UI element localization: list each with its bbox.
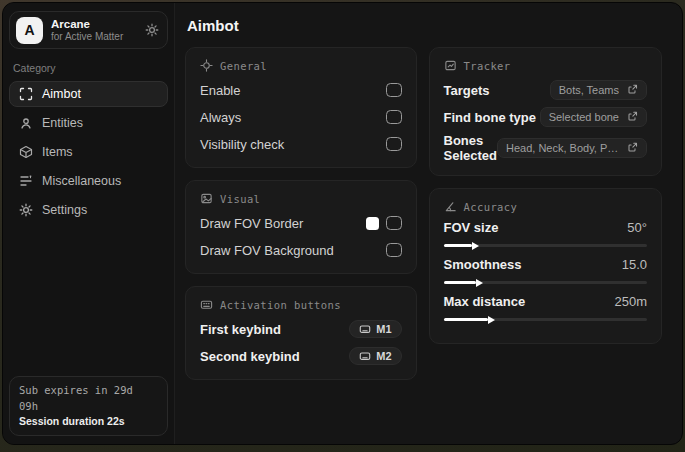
general-card: General Enable Always Visibility check	[185, 47, 417, 168]
draw-fov-border-checkbox[interactable]	[386, 216, 402, 230]
session-duration-text: Session duration 22s	[19, 414, 158, 429]
setting-label: Draw FOV Border	[200, 216, 303, 231]
setting-label: Bones Selected	[444, 133, 497, 163]
draw-fov-background-checkbox[interactable]	[386, 243, 402, 257]
setting-row-bones-selected: Bones Selected Head, Neck, Body, Pe…	[444, 133, 647, 163]
category-label: Category	[13, 62, 168, 74]
gear-icon[interactable]	[145, 23, 159, 37]
app-name: Arcane	[51, 17, 137, 31]
key-icon	[359, 323, 371, 335]
slider-label: Smoothness	[444, 257, 522, 272]
cube-icon	[18, 145, 33, 159]
setting-label: Second keybind	[200, 349, 300, 364]
setting-row-always: Always	[200, 106, 402, 128]
section-title-tracker: Tracker	[464, 60, 511, 72]
angle-icon	[444, 200, 457, 213]
setting-label: Enable	[200, 83, 240, 98]
setting-label: Targets	[444, 83, 490, 98]
sidebar-item-items[interactable]: Items	[9, 139, 168, 165]
sidebar-item-label: Entities	[42, 116, 83, 130]
select-value: Selected bone	[549, 111, 619, 123]
person-icon	[18, 116, 33, 130]
setting-label: Draw FOV Background	[200, 243, 334, 258]
slider-label: FOV size	[444, 220, 499, 235]
setting-row-targets: Targets Bots, Teams	[444, 79, 647, 101]
keyboard-icon	[200, 298, 213, 311]
tracker-icon	[444, 59, 457, 72]
main-content: Aimbot General	[175, 3, 682, 444]
second-keybind-button[interactable]: M2	[349, 347, 401, 365]
expand-icon	[626, 142, 638, 154]
tracker-card: Tracker Targets Bots, Teams	[429, 47, 662, 176]
accuracy-card: Accuracy FOV size 50° Smoothness	[429, 188, 662, 344]
keybind-value: M2	[376, 350, 391, 362]
sub-expiry-text: Sub expires in 29d 09h	[19, 383, 158, 413]
sidebar: A Arcane for Active Matter Category	[3, 3, 175, 444]
bones-selected-select[interactable]: Head, Neck, Body, Pe…	[497, 138, 647, 158]
category-nav: Aimbot Entities Items	[9, 81, 168, 223]
key-icon	[359, 350, 371, 362]
slider-value: 250m	[614, 294, 647, 309]
activation-card: Activation buttons First keybind M1	[185, 286, 417, 380]
gear-icon	[18, 203, 33, 217]
fov-size-slider-group: FOV size 50°	[444, 220, 647, 247]
setting-label: Always	[200, 110, 241, 125]
subscription-card: Sub expires in 29d 09h Session duration …	[9, 376, 168, 436]
smoothness-slider[interactable]	[444, 281, 647, 284]
setting-row-visibility-check: Visibility check	[200, 133, 402, 155]
fov-size-slider[interactable]	[444, 244, 647, 247]
sidebar-item-entities[interactable]: Entities	[9, 110, 168, 136]
setting-row-second-keybind: Second keybind M2	[200, 345, 402, 367]
find-bone-type-select[interactable]: Selected bone	[540, 107, 647, 127]
scan-icon	[18, 87, 33, 101]
fov-border-color-swatch[interactable]	[366, 217, 379, 230]
always-checkbox[interactable]	[386, 110, 402, 124]
setting-label: Visibility check	[200, 137, 284, 152]
brand-card: A Arcane for Active Matter	[9, 11, 168, 49]
setting-row-draw-fov-background: Draw FOV Background	[200, 239, 402, 261]
app-logo: A	[16, 17, 43, 44]
list-icon	[18, 174, 33, 188]
image-icon	[200, 192, 213, 205]
keybind-value: M1	[376, 323, 391, 335]
visibility-check-checkbox[interactable]	[386, 137, 402, 151]
max-distance-slider[interactable]	[444, 318, 647, 321]
section-title-activation: Activation buttons	[220, 299, 341, 311]
slider-fill	[444, 281, 477, 284]
enable-checkbox[interactable]	[386, 83, 402, 97]
setting-row-first-keybind: First keybind M1	[200, 318, 402, 340]
slider-value: 50°	[627, 220, 647, 235]
sidebar-item-settings[interactable]: Settings	[9, 197, 168, 223]
setting-label: First keybind	[200, 322, 281, 337]
section-title-general: General	[220, 60, 267, 72]
sidebar-item-miscellaneous[interactable]: Miscellaneous	[9, 168, 168, 194]
expand-icon	[626, 84, 638, 96]
slider-label: Max distance	[444, 294, 526, 309]
targets-select[interactable]: Bots, Teams	[550, 80, 647, 100]
first-keybind-button[interactable]: M1	[349, 320, 401, 338]
section-title-accuracy: Accuracy	[464, 201, 518, 213]
select-value: Bots, Teams	[559, 84, 619, 96]
sidebar-item-label: Miscellaneous	[42, 174, 121, 188]
sidebar-item-label: Aimbot	[42, 87, 81, 101]
setting-row-find-bone-type: Find bone type Selected bone	[444, 106, 647, 128]
smoothness-slider-group: Smoothness 15.0	[444, 257, 647, 284]
page-title: Aimbot	[187, 17, 662, 34]
crosshair-icon	[200, 59, 213, 72]
visual-card: Visual Draw FOV Border Draw FOV Backgrou…	[185, 180, 417, 274]
slider-fill	[444, 244, 472, 247]
sidebar-item-label: Settings	[42, 203, 87, 217]
app-subtitle: for Active Matter	[51, 31, 137, 44]
setting-row-draw-fov-border: Draw FOV Border	[200, 212, 402, 234]
expand-icon	[626, 111, 638, 123]
max-distance-slider-group: Max distance 250m	[444, 294, 647, 321]
sidebar-item-aimbot[interactable]: Aimbot	[9, 81, 168, 107]
slider-value: 15.0	[622, 257, 647, 272]
slider-fill	[444, 318, 489, 321]
section-title-visual: Visual	[220, 193, 260, 205]
select-value: Head, Neck, Body, Pe…	[506, 142, 619, 154]
sidebar-item-label: Items	[42, 145, 73, 159]
app-window: A Arcane for Active Matter Category	[2, 2, 683, 445]
setting-row-enable: Enable	[200, 79, 402, 101]
setting-label: Find bone type	[444, 110, 536, 125]
